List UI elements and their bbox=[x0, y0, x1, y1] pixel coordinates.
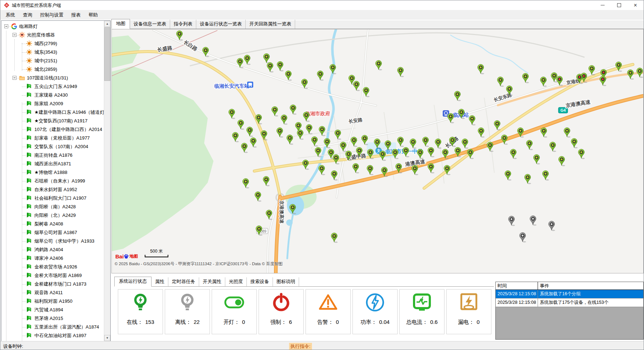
map-pin-offline[interactable] bbox=[549, 221, 555, 231]
bottom-tab-2[interactable]: 定时器任务 bbox=[168, 277, 199, 286]
map-pin-online[interactable] bbox=[543, 171, 549, 181]
bottom-tab-3[interactable]: 开关属性 bbox=[199, 277, 225, 286]
map-pin-online[interactable] bbox=[540, 77, 547, 87]
scrollbar-thumb[interactable] bbox=[104, 27, 110, 81]
tree-item-device[interactable]: 中石化加油站对面 A1897 bbox=[1, 331, 104, 340]
scroll-up-icon[interactable]: ▲ bbox=[104, 21, 110, 27]
map-pin-online[interactable] bbox=[287, 135, 293, 145]
tree-item-device[interactable]: 金桥建材市场门口 A1873 bbox=[1, 280, 104, 288]
map-pin-online[interactable] bbox=[467, 149, 474, 159]
map-pin-online[interactable] bbox=[455, 91, 461, 101]
maximize-button[interactable] bbox=[611, 0, 627, 10]
map-pin-online[interactable] bbox=[462, 139, 468, 149]
menu-item-0[interactable]: 系统 bbox=[2, 10, 19, 20]
map-pin-online[interactable] bbox=[238, 120, 244, 130]
tree-collapse-icon[interactable] bbox=[13, 33, 16, 37]
tree-item-group[interactable]: 城东(3543) bbox=[1, 48, 104, 57]
map-pin-online[interactable] bbox=[559, 156, 565, 166]
tree-item-device[interactable]: 鸿鹤路 A2404 bbox=[1, 246, 104, 254]
tree-item-device[interactable]: ★博物馆 A1888 bbox=[1, 168, 104, 177]
map-pin-offline[interactable] bbox=[530, 216, 537, 226]
map-pin-online[interactable] bbox=[306, 125, 313, 135]
view-tab-3[interactable]: 设备运行状态一览表 bbox=[196, 20, 246, 29]
map-pin-online[interactable] bbox=[628, 70, 634, 80]
tree-item-device[interactable]: 金桥大市场对面 A1869 bbox=[1, 271, 104, 280]
map-pin-online[interactable] bbox=[525, 174, 531, 184]
map-pin-online[interactable] bbox=[250, 138, 257, 148]
tree-item-group[interactable]: 城西(2799) bbox=[1, 39, 104, 48]
map-pin-online[interactable] bbox=[487, 142, 494, 152]
map-pin-online[interactable] bbox=[354, 81, 360, 91]
tree-item-device[interactable]: 彭家巷（党校后面）A1977 bbox=[1, 134, 104, 142]
tree-item-device[interactable]: ★交警队西(107南) A1917 bbox=[1, 117, 104, 125]
map-pin-online[interactable] bbox=[367, 165, 374, 175]
map-device-pins[interactable] bbox=[177, 31, 643, 243]
bottom-tab-6[interactable]: 图标说明 bbox=[273, 277, 299, 286]
menu-item-2[interactable]: 控制与设置 bbox=[36, 10, 67, 20]
map-pin-online[interactable] bbox=[264, 54, 270, 64]
map-pin-online[interactable] bbox=[317, 71, 324, 81]
map-pin-online[interactable] bbox=[277, 128, 283, 138]
map-pin-online[interactable] bbox=[229, 109, 235, 119]
menu-item-1[interactable]: 查询 bbox=[19, 10, 36, 20]
map-pin-online[interactable] bbox=[312, 137, 318, 147]
map-pin-offline[interactable] bbox=[520, 233, 526, 243]
map-pin-online[interactable] bbox=[534, 155, 540, 165]
map-pin-online[interactable] bbox=[571, 138, 578, 149]
tree-collapse-icon[interactable] bbox=[4, 24, 8, 28]
tree-item-group[interactable]: 城北(2859) bbox=[1, 65, 104, 74]
event-row[interactable]: 2025/3/28 12:15:08系统加载了175个设备，在线153个 bbox=[496, 298, 643, 307]
tree-item-device[interactable]: 金桥农贸市场 A1926 bbox=[1, 263, 104, 271]
map-pin-online[interactable] bbox=[266, 210, 273, 220]
tree-item-group[interactable]: 光照度传感器 bbox=[1, 31, 104, 39]
map-pin-online[interactable] bbox=[319, 126, 326, 136]
map-pin-online[interactable] bbox=[435, 139, 442, 149]
tree-item-device[interactable]: 南正街转盘 A1876 bbox=[1, 151, 104, 160]
map-pin-online[interactable] bbox=[423, 137, 429, 147]
tree-item-group[interactable]: 临湘路灯 bbox=[1, 22, 104, 31]
tree-item-device[interactable]: 五里派出所（富源汽配）A1874 bbox=[1, 323, 104, 331]
view-tab-2[interactable]: 指令列表 bbox=[170, 20, 196, 29]
tree-item-device[interactable]: ★建新中路路口东 A1946（辅道灯） bbox=[1, 108, 104, 117]
scroll-down-icon[interactable]: ▼ bbox=[104, 335, 110, 341]
map-pin-online[interactable] bbox=[272, 107, 278, 117]
map-pin-online[interactable] bbox=[243, 179, 249, 189]
close-button[interactable]: × bbox=[627, 0, 644, 10]
map-pin-online[interactable] bbox=[505, 171, 511, 181]
map-pin-online[interactable] bbox=[285, 71, 292, 81]
map-pin-online[interactable] bbox=[428, 147, 434, 157]
map-pin-online[interactable] bbox=[351, 137, 357, 147]
map-pin-online[interactable] bbox=[290, 105, 297, 115]
map-pin-online[interactable] bbox=[263, 176, 270, 186]
map-pin-online[interactable] bbox=[510, 149, 517, 159]
tree-item-device[interactable]: 芭茅塘 A2015 bbox=[1, 314, 104, 323]
tree-item-device[interactable]: 烟草公司对面 A1867 bbox=[1, 228, 104, 237]
map-pin-online[interactable] bbox=[319, 165, 325, 175]
map-pin-online[interactable] bbox=[498, 77, 504, 87]
tree-item-device[interactable]: 石咀桥（自来水）A1999 bbox=[1, 177, 104, 185]
map-pin-online[interactable] bbox=[363, 87, 370, 97]
map-pin-online[interactable] bbox=[331, 233, 338, 243]
tree-item-device[interactable]: 自来水斜对面 A1952 bbox=[1, 185, 104, 194]
map-pin-online[interactable] bbox=[428, 164, 434, 174]
map-pin-online[interactable] bbox=[281, 115, 288, 125]
tree-item-device[interactable]: 汽贸城 A1894 bbox=[1, 306, 104, 314]
map-pin-online[interactable] bbox=[232, 132, 239, 142]
map-pin-online[interactable] bbox=[398, 137, 404, 147]
tree-item-device[interactable]: 107北（建新中路路口西）A2014 bbox=[1, 125, 104, 134]
map-pin-online[interactable] bbox=[203, 47, 209, 57]
view-tab-4[interactable]: 开关回路属性一览表 bbox=[246, 20, 295, 29]
map-pin-online[interactable] bbox=[261, 131, 268, 141]
map-pin-online[interactable] bbox=[478, 128, 485, 138]
map-pin-online[interactable] bbox=[494, 121, 501, 131]
map-pin-online[interactable] bbox=[578, 149, 585, 159]
tree-scrollbar[interactable]: ▲ ▼ bbox=[104, 21, 110, 341]
map-pin-online[interactable] bbox=[267, 63, 274, 73]
tree-collapse-icon[interactable] bbox=[13, 76, 16, 80]
map-pin-online[interactable] bbox=[335, 130, 341, 140]
map-pin-online[interactable] bbox=[412, 165, 418, 175]
map-pin-online[interactable] bbox=[410, 139, 417, 149]
map-pin-online[interactable] bbox=[564, 128, 571, 138]
tree-item-device[interactable]: 向阳桥（北）A2429 bbox=[1, 211, 104, 220]
bottom-tab-0[interactable]: 系统运行状态 bbox=[114, 277, 152, 287]
